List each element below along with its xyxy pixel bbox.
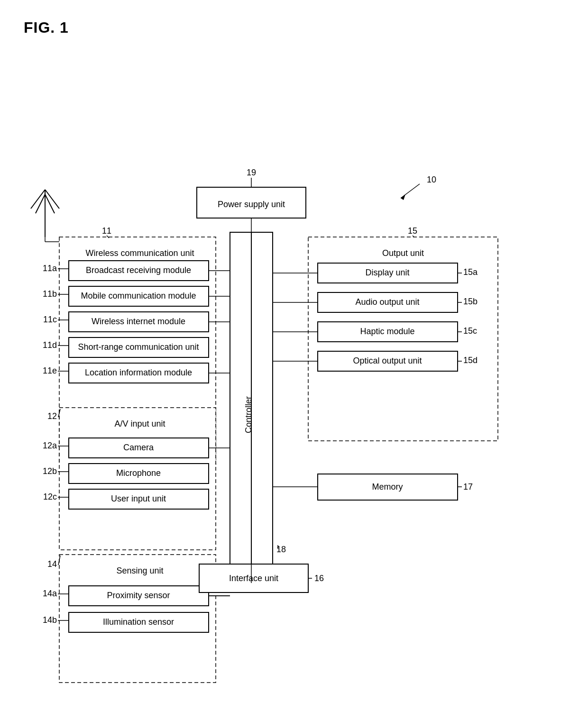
output-unit-label: Output unit — [382, 248, 424, 258]
ref-11c: 11c — [43, 315, 57, 324]
display-label: Display unit — [365, 268, 409, 277]
proximity-label: Proximity sensor — [107, 591, 170, 600]
ref-14a: 14a — [43, 589, 57, 598]
ref-12b: 12b — [43, 466, 57, 476]
broadcast-label: Broadcast receiving module — [86, 265, 191, 275]
illumination-label: Illumination sensor — [103, 617, 174, 627]
short-range-label: Short-range communication unit — [78, 342, 199, 352]
av-unit-label: A/V input unit — [114, 419, 165, 428]
optical-label: Optical output unit — [353, 356, 422, 365]
ref-15: 15 — [408, 226, 417, 236]
ref-15c: 15c — [463, 326, 477, 336]
sensing-unit-label: Sensing unit — [116, 566, 163, 575]
camera-label: Camera — [123, 443, 154, 452]
diagram: 10 19 Power supply unit Controller Wirel… — [14, 52, 574, 706]
ref-11d: 11d — [43, 340, 57, 350]
haptic-label: Haptic module — [360, 327, 414, 336]
ref-17: 17 — [463, 482, 473, 492]
microphone-label: Microphone — [116, 468, 161, 478]
mobile-label: Mobile communication module — [81, 291, 196, 301]
ref-12a: 12a — [43, 441, 57, 450]
ref-10: 10 — [427, 175, 436, 184]
svg-line-4 — [45, 194, 55, 213]
ref-14: 14 — [47, 559, 57, 569]
ref-15a: 15a — [463, 267, 478, 277]
user-input-label: User input unit — [111, 494, 166, 503]
wireless-unit-label: Wireless communication unit — [85, 248, 194, 258]
location-label: Location information module — [85, 368, 192, 377]
ref-19: 19 — [247, 168, 256, 177]
power-supply-label: Power supply unit — [218, 200, 285, 209]
memory-label: Memory — [372, 482, 403, 492]
audio-output-label: Audio output unit — [355, 297, 419, 307]
ref-12c: 12c — [43, 492, 57, 501]
ref-12: 12 — [47, 411, 57, 421]
ref-11e: 11e — [43, 366, 57, 375]
ref-11a: 11a — [43, 264, 57, 273]
svg-line-3 — [36, 194, 45, 213]
wireless-internet-label: Wireless internet module — [92, 317, 185, 326]
ref-11: 11 — [102, 226, 111, 236]
ref-16: 16 — [314, 574, 324, 583]
page-title: FIG. 1 — [24, 19, 69, 36]
ref-11b: 11b — [43, 289, 57, 299]
ref-15b: 15b — [463, 297, 478, 306]
interface-label: Interface unit — [229, 574, 278, 583]
ref-15d: 15d — [463, 355, 478, 365]
ref-14b: 14b — [43, 615, 57, 625]
